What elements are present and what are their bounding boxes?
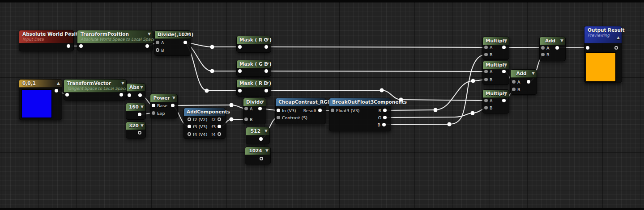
pin-add-components-out-f2[interactable]: [218, 118, 221, 121]
pin-abs-in[interactable]: [128, 93, 131, 97]
node-header[interactable]: CheapContrast_RGB: [276, 98, 326, 106]
wire-divide1024-to-mask-rg[interactable]: [185, 42, 240, 47]
dropdown-caret-icon[interactable]: ▼: [186, 32, 189, 37]
pin-power-in-exp[interactable]: [152, 111, 155, 115]
pin-mask-rb-in[interactable]: [238, 89, 242, 92]
dropdown-caret-icon[interactable]: ▼: [68, 32, 72, 36]
pin-cheap-contrast-rgb-in-contrast-s[interactable]: [277, 116, 280, 119]
pin-breakout-float3-components-out-r[interactable]: [383, 109, 387, 112]
dropdown-caret-icon[interactable]: ▼: [532, 71, 535, 76]
wire-mask-rg-to-multiply1-a[interactable]: [266, 47, 486, 47]
node-header[interactable]: Divide(,1024)▼: [155, 31, 191, 39]
pin-add-1-in-a[interactable]: [541, 46, 545, 50]
pin-absolute-world-position-out[interactable]: [67, 44, 70, 48]
node-header[interactable]: Absolute World PositionInput Data▼: [19, 30, 73, 43]
pin-add-1-out[interactable]: [555, 46, 559, 50]
pin-breakout-float3-components-out-b[interactable]: [382, 123, 386, 126]
pin-add-2-out[interactable]: [527, 80, 530, 84]
pin-mask-rb-out[interactable]: [264, 89, 268, 92]
pin-constant-0-0-1-out[interactable]: [55, 89, 58, 92]
pin-power-out[interactable]: [171, 104, 175, 107]
pin-divide-1024-out[interactable]: [183, 41, 187, 44]
node-header[interactable]: TransformVectorTangent Space to Local Sp…: [64, 80, 126, 92]
dropdown-caret-icon[interactable]: ▼: [266, 38, 269, 42]
pin-multiply-1-in-a[interactable]: [484, 46, 488, 49]
node-constant-512[interactable]: 512▼: [246, 127, 270, 144]
pin-cheap-contrast-rgb-in-in-v3[interactable]: [277, 109, 280, 112]
node-constant-160[interactable]: 160▼: [126, 103, 146, 120]
pin-add-1-in-b[interactable]: [541, 53, 545, 56]
pin-power-in-base[interactable]: [152, 104, 155, 107]
dropdown-caret-icon[interactable]: ▼: [504, 38, 507, 43]
dropdown-caret-icon[interactable]: ▼: [141, 105, 144, 109]
node-header[interactable]: BreakOutFloat3Components: [329, 98, 391, 106]
pin-divide-1024-in-b[interactable]: [156, 48, 159, 52]
pin-multiply-1-in-b[interactable]: [484, 53, 488, 56]
node-mask-rg[interactable]: Mask ( R G )▼: [236, 36, 271, 53]
node-header[interactable]: Add▼: [511, 70, 537, 78]
node-header[interactable]: Mask ( R G )▼: [237, 36, 271, 44]
pin-add-components-out-f3[interactable]: [218, 125, 221, 128]
node-header[interactable]: 512▼: [246, 127, 269, 135]
dropdown-caret-icon[interactable]: ▼: [560, 38, 563, 43]
node-header[interactable]: Mask ( R B )▼: [237, 80, 271, 88]
wire-breakout-b-to-multiply1-b[interactable]: [384, 55, 486, 125]
wire-mask-gb-to-multiply2-a[interactable]: [266, 71, 486, 71]
pin-breakout-float3-components-in-float3-v3[interactable]: [331, 109, 334, 112]
node-header[interactable]: 320▼: [126, 122, 145, 130]
dropdown-caret-icon[interactable]: ▼: [141, 123, 144, 128]
wire-divide1024-to-mask-rb[interactable]: [185, 42, 240, 91]
pin-add-components-out-f4[interactable]: [218, 132, 221, 136]
pin-mask-gb-out[interactable]: [264, 69, 268, 73]
dropdown-caret-icon[interactable]: ▼: [264, 129, 268, 133]
pin-multiply-3-in-a[interactable]: [484, 99, 488, 102]
pin-multiply-2-in-b[interactable]: [484, 78, 488, 81]
pin-multiply-2-out[interactable]: [502, 70, 506, 73]
node-header[interactable]: Mask ( G B )▼: [237, 60, 271, 68]
node-abs[interactable]: Abs▼: [126, 83, 145, 100]
dropdown-caret-icon[interactable]: ▼: [121, 81, 124, 85]
node-header[interactable]: Output ResultPreviewing▲: [584, 26, 622, 43]
pin-add-components-in-f2-v2[interactable]: [188, 118, 191, 121]
dropdown-caret-icon[interactable]: ▼: [265, 148, 269, 153]
pin-transform-position-in[interactable]: [79, 44, 83, 48]
pin-transform-vector-out[interactable]: [119, 93, 123, 97]
dropdown-caret-icon[interactable]: ▼: [148, 32, 151, 36]
node-absolute-world-position[interactable]: Absolute World PositionInput Data▼: [19, 30, 74, 51]
dropdown-caret-icon[interactable]: ▼: [261, 100, 264, 104]
node-header[interactable]: Multiply▼: [483, 90, 509, 98]
node-transform-vector[interactable]: TransformVectorTangent Space to Local Sp…: [64, 79, 127, 101]
pin-transform-position-out[interactable]: [145, 44, 149, 48]
pin-abs-out[interactable]: [138, 93, 142, 97]
pin-constant-1024-out[interactable]: [260, 157, 263, 160]
pin-mask-rg-out[interactable]: [264, 45, 268, 49]
node-header[interactable]: Abs▼: [127, 84, 145, 92]
node-header[interactable]: Power▼: [150, 94, 177, 102]
dropdown-caret-icon[interactable]: ▼: [266, 81, 269, 85]
pin-mask-gb-in[interactable]: [238, 69, 242, 73]
node-mask-rb[interactable]: Mask ( R B )▼: [236, 79, 271, 97]
node-constant-1024[interactable]: 1024▼: [245, 147, 271, 164]
pin-mask-rg-in[interactable]: [238, 45, 242, 49]
pin-multiply-1-out[interactable]: [502, 46, 506, 49]
pin-multiply-3-out[interactable]: [502, 99, 506, 102]
node-header[interactable]: Multiply▼: [483, 61, 509, 69]
pin-output-result-out[interactable]: [614, 46, 618, 50]
node-transform-position[interactable]: TransformPositionAbsolute World Space to…: [77, 30, 153, 51]
node-header[interactable]: AddComponents: [184, 108, 225, 116]
graph-canvas[interactable]: Absolute World PositionInput Data▼Transf…: [0, 2, 644, 208]
node-mask-gb[interactable]: Mask ( G B )▼: [236, 60, 271, 77]
wire-multiply1-to-add1-a[interactable]: [504, 47, 543, 48]
pin-add-2-in-b[interactable]: [512, 88, 516, 91]
node-header[interactable]: 0,0,1▲: [19, 80, 62, 88]
node-header[interactable]: 1024▼: [245, 147, 270, 155]
node-constant-320[interactable]: 320▼: [126, 122, 146, 139]
pin-cheap-contrast-rgb-out-result[interactable]: [318, 109, 322, 112]
pin-divide-in-b[interactable]: [244, 118, 248, 121]
wire-breakout-r-to-multiply2-b[interactable]: [385, 80, 486, 110]
pin-divide-in-a[interactable]: [244, 107, 248, 110]
pin-constant-512-out[interactable]: [259, 137, 263, 141]
node-header[interactable]: Add▼: [540, 37, 565, 45]
dropdown-caret-icon[interactable]: ▼: [266, 62, 269, 66]
pin-breakout-float3-components-out-g[interactable]: [383, 116, 387, 119]
